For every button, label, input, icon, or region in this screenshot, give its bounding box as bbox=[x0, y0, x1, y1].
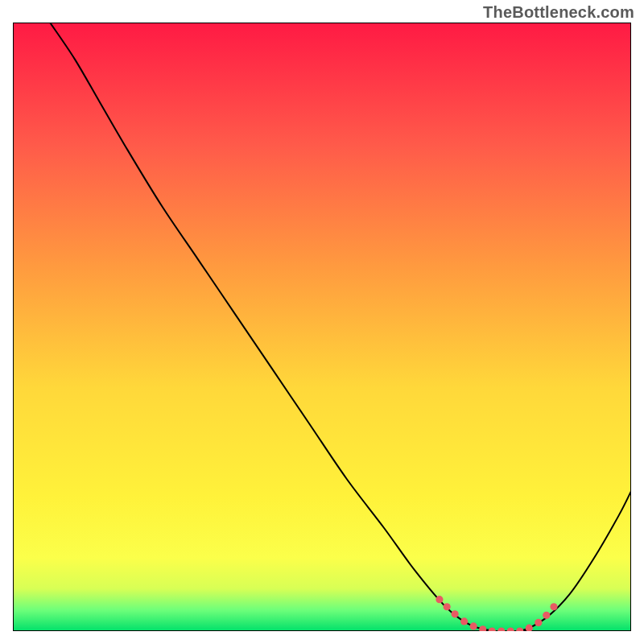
sweet-spot-dot bbox=[470, 622, 477, 630]
sweet-spot-dot bbox=[444, 603, 451, 610]
sweet-spot-dot bbox=[436, 596, 443, 603]
sweet-spot-dot bbox=[460, 617, 468, 625]
watermark-text: TheBottleneck.com bbox=[483, 3, 634, 22]
sweet-spot-dot bbox=[535, 619, 542, 626]
sweet-spot-dot bbox=[550, 603, 557, 610]
sweet-spot-dot bbox=[543, 612, 550, 619]
plot-area bbox=[13, 23, 631, 631]
chart-container: TheBottleneck.com bbox=[0, 0, 644, 644]
chart-svg bbox=[13, 23, 631, 631]
sweet-spot-dot bbox=[452, 610, 459, 617]
